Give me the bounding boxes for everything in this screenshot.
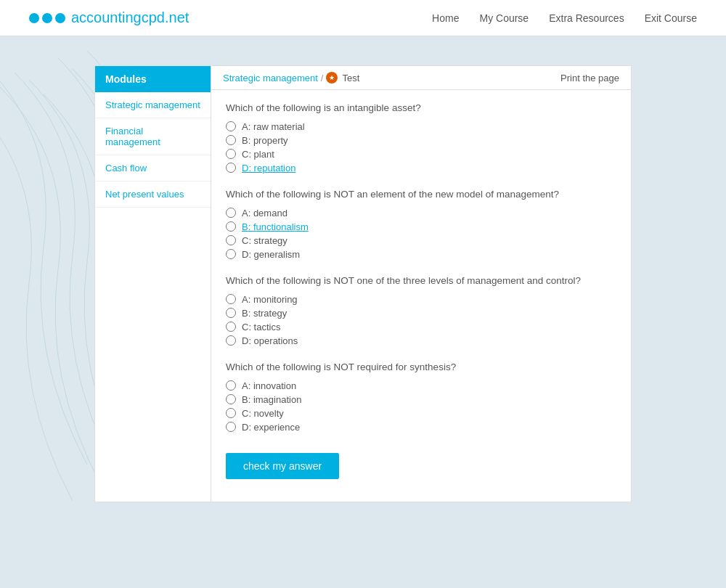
sidebar-item-strategic-management[interactable]: Strategic management: [95, 92, 211, 118]
label-q1b[interactable]: B: property: [242, 135, 288, 146]
label-q2c[interactable]: C: strategy: [242, 235, 287, 246]
option-q3c: C: tactics: [226, 322, 616, 332]
option-q3a: A: monitoring: [226, 294, 616, 305]
breadcrumb-bar: Strategic management / Test Print the pa…: [211, 66, 631, 90]
question-2: Which of the following is NOT an element…: [226, 188, 616, 260]
radio-q1b[interactable]: [226, 135, 236, 145]
label-q3d[interactable]: D: operations: [242, 335, 298, 346]
label-q4b[interactable]: B: imagination: [242, 394, 301, 405]
option-q4d: D: experience: [226, 422, 616, 433]
breadcrumb-link[interactable]: Strategic management: [223, 73, 318, 83]
question-2-options: A: demand B: functionalism C: strategy: [226, 208, 616, 260]
question-4-options: A: innovation B: imagination C: novelty: [226, 380, 616, 433]
breadcrumb-separator: /: [321, 73, 324, 83]
radio-q4c[interactable]: [226, 408, 236, 418]
radio-q3c[interactable]: [226, 322, 236, 332]
logo-dot-3: [55, 13, 65, 23]
label-q3a[interactable]: A: monitoring: [242, 294, 298, 305]
logo: accountingcpd.net: [29, 9, 189, 26]
question-2-text: Which of the following is NOT an element…: [226, 188, 616, 202]
radio-q2b[interactable]: [226, 221, 236, 232]
question-1-text: Which of the following is an intangible …: [226, 102, 616, 115]
option-q1a: A: raw material: [226, 121, 616, 132]
option-q2a: A: demand: [226, 208, 616, 219]
option-q3d: D: operations: [226, 335, 616, 346]
label-q2d[interactable]: D: generalism: [242, 249, 300, 260]
label-q2a[interactable]: A: demand: [242, 208, 287, 219]
sidebar-item-financial-management[interactable]: Financial management: [95, 118, 211, 155]
option-q2d: D: generalism: [226, 249, 616, 260]
option-q1b: B: property: [226, 135, 616, 146]
option-q4b: B: imagination: [226, 394, 616, 405]
layout: Modules Strategic management Financial m…: [95, 66, 631, 502]
label-q3c[interactable]: C: tactics: [242, 322, 280, 332]
logo-text: accountingcpd.net: [71, 9, 189, 26]
print-link[interactable]: Print the page: [560, 73, 619, 83]
radio-q3d[interactable]: [226, 335, 236, 346]
question-4-text: Which of the following is NOT required f…: [226, 361, 616, 375]
option-q1d: D: reputation: [226, 163, 616, 173]
label-q1a[interactable]: A: raw material: [242, 121, 305, 132]
radio-q2c[interactable]: [226, 235, 236, 245]
radio-q4d[interactable]: [226, 422, 236, 432]
radio-q2a[interactable]: [226, 208, 236, 218]
nav-my-course[interactable]: My Course: [479, 12, 529, 24]
sidebar-item-cash-flow[interactable]: Cash flow: [95, 155, 211, 181]
option-q1c: C: plant: [226, 149, 616, 160]
label-q4a[interactable]: A: innovation: [242, 380, 296, 391]
option-q4a: A: innovation: [226, 380, 616, 391]
option-q2b: B: functionalism: [226, 221, 616, 232]
main-wrapper: Modules Strategic management Financial m…: [94, 65, 632, 502]
radio-q2d[interactable]: [226, 249, 236, 259]
option-q2c: C: strategy: [226, 235, 616, 246]
radio-q1c[interactable]: [226, 149, 236, 159]
nav-extra-resources[interactable]: Extra Resources: [549, 12, 624, 24]
label-q4c[interactable]: C: novelty: [242, 408, 284, 419]
radio-q3b[interactable]: [226, 308, 236, 318]
main-nav: Home My Course Extra Resources Exit Cour…: [432, 12, 697, 24]
radio-q4b[interactable]: [226, 394, 236, 404]
nav-home[interactable]: Home: [432, 12, 459, 24]
label-q1c[interactable]: C: plant: [242, 149, 274, 160]
check-my-answer-button[interactable]: check my answer: [226, 453, 339, 479]
content-area: Strategic management / Test Print the pa…: [211, 66, 631, 502]
question-4: Which of the following is NOT required f…: [226, 361, 616, 433]
label-q4d[interactable]: D: experience: [242, 422, 300, 433]
question-1: Which of the following is an intangible …: [226, 102, 616, 173]
site-header: accountingcpd.net Home My Course Extra R…: [0, 0, 726, 36]
radio-q4a[interactable]: [226, 380, 236, 391]
question-1-options: A: raw material B: property C: plant: [226, 121, 616, 173]
logo-dots: [29, 13, 65, 23]
option-q4c: C: novelty: [226, 408, 616, 419]
breadcrumb-current: Test: [342, 73, 359, 83]
logo-dot-1: [29, 13, 39, 23]
breadcrumb: Strategic management / Test: [223, 72, 359, 83]
radio-q3a[interactable]: [226, 294, 236, 304]
option-q3b: B: strategy: [226, 308, 616, 319]
sidebar-item-net-present-values[interactable]: Net present values: [95, 181, 211, 208]
radio-q1d[interactable]: [226, 163, 236, 173]
label-q3b[interactable]: B: strategy: [242, 308, 287, 319]
test-icon: [326, 72, 338, 83]
nav-exit-course[interactable]: Exit Course: [645, 12, 697, 24]
sidebar: Modules Strategic management Financial m…: [95, 66, 211, 502]
label-q2b[interactable]: B: functionalism: [242, 221, 309, 232]
question-3: Which of the following is NOT one of the…: [226, 274, 616, 346]
radio-q1a[interactable]: [226, 121, 236, 131]
label-q1d[interactable]: D: reputation: [242, 163, 295, 173]
question-3-options: A: monitoring B: strategy C: tactics: [226, 294, 616, 346]
question-3-text: Which of the following is NOT one of the…: [226, 274, 616, 288]
logo-dot-2: [42, 13, 52, 23]
sidebar-header: Modules: [95, 66, 211, 92]
quiz-content: Which of the following is an intangible …: [211, 90, 631, 491]
